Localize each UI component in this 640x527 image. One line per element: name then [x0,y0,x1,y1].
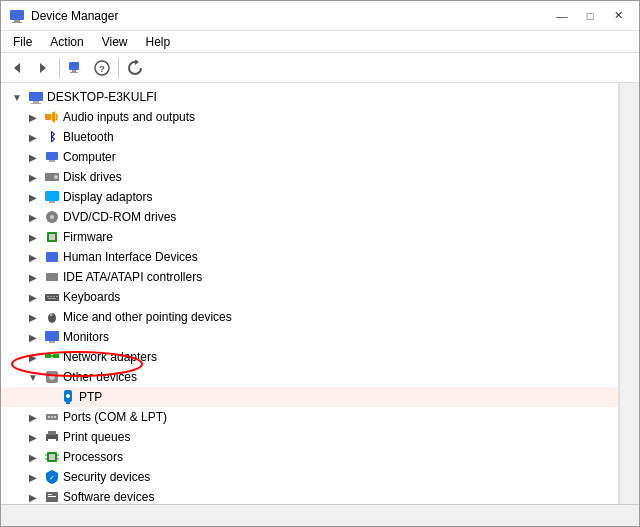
tree-item-software[interactable]: ▶ Software devices [1,487,618,504]
svg-point-21 [50,215,54,219]
firmware-label: Firmware [63,230,113,244]
svg-rect-23 [49,234,55,240]
tree-item-ide[interactable]: ▶ IDE ATA/ATAPI controllers [1,267,618,287]
other-label: Other devices [63,370,137,384]
firmware-icon [44,229,60,245]
processor-icon [44,449,60,465]
refresh-button[interactable] [123,56,147,80]
software-expand[interactable]: ▶ [25,489,41,504]
processors-label: Processors [63,450,123,464]
computer-expand[interactable]: ▶ [25,149,41,165]
display-expand[interactable]: ▶ [25,189,41,205]
properties-button[interactable] [64,56,88,80]
mice-expand[interactable]: ▶ [25,309,41,325]
ide-expand[interactable]: ▶ [25,269,41,285]
tree-item-monitors[interactable]: ▶ Monitors [1,327,618,347]
tree-item-ptp[interactable]: ▶ PTP [1,387,618,407]
firmware-expand[interactable]: ▶ [25,229,41,245]
dvd-icon [44,209,60,225]
svg-rect-5 [69,62,79,70]
keyboard-icon [44,289,60,305]
tree-root[interactable]: ▼ DESKTOP-E3KULFI [1,87,618,107]
svg-rect-7 [70,72,78,73]
device-manager-window: Device Manager — □ ✕ File Action View He… [0,0,640,527]
processors-expand[interactable]: ▶ [25,449,41,465]
close-button[interactable]: ✕ [605,5,631,27]
software-label: Software devices [63,490,154,504]
toolbar-separator-1 [59,58,60,78]
svg-rect-35 [45,331,59,341]
status-bar [1,504,639,526]
network-expand[interactable]: ▶ [25,349,41,365]
mice-label: Mice and other pointing devices [63,310,232,324]
tree-item-audio[interactable]: ▶ Audio inputs and outputs [1,107,618,127]
tree-item-dvd[interactable]: ▶ DVD/CD-ROM drives [1,207,618,227]
svg-point-41 [49,374,55,380]
menu-file[interactable]: File [5,33,40,51]
minimize-button[interactable]: — [549,5,575,27]
svg-rect-12 [31,103,41,104]
tree-item-mice[interactable]: ▶ Mice and other pointing devices [1,307,618,327]
monitors-icon [44,329,60,345]
tree-item-ports[interactable]: ▶ Ports (COM & LPT) [1,407,618,427]
computer-icon [28,89,44,105]
other-expand[interactable]: ▼ [25,369,41,385]
keyboards-expand[interactable]: ▶ [25,289,41,305]
menu-action[interactable]: Action [42,33,91,51]
menu-help[interactable]: Help [138,33,179,51]
svg-rect-27 [47,296,49,297]
svg-rect-36 [49,341,55,343]
tree-item-other[interactable]: ▼ Other devices [1,367,618,387]
tree-container: ▼ DESKTOP-E3KULFI ▶ [1,87,618,504]
tree-item-network[interactable]: ▶ Network adapters [1,347,618,367]
device-tree-panel[interactable]: ▼ DESKTOP-E3KULFI ▶ [1,83,619,504]
dvd-label: DVD/CD-ROM drives [63,210,176,224]
tree-item-keyboards[interactable]: ▶ Keyboards [1,287,618,307]
security-label: Security devices [63,470,150,484]
network-icon [44,349,60,365]
computer-icon-2 [44,149,60,165]
ide-label: IDE ATA/ATAPI controllers [63,270,202,284]
audio-expand[interactable]: ▶ [25,109,41,125]
bluetooth-label: Bluetooth [63,130,114,144]
hid-expand[interactable]: ▶ [25,249,41,265]
tree-item-disk[interactable]: ▶ Disk drives [1,167,618,187]
bluetooth-expand[interactable]: ▶ [25,129,41,145]
display-icon [44,189,60,205]
menu-view[interactable]: View [94,33,136,51]
svg-rect-1 [14,20,20,22]
security-expand[interactable]: ▶ [25,469,41,485]
monitors-expand[interactable]: ▶ [25,329,41,345]
svg-rect-37 [45,354,51,358]
svg-rect-43 [66,402,70,404]
tree-item-firmware[interactable]: ▶ Firmware [1,227,618,247]
svg-text:✓: ✓ [49,474,55,481]
disk-icon [44,169,60,185]
ptp-icon [60,389,76,405]
tree-item-security[interactable]: ▶ ✓ Security devices [1,467,618,487]
root-expand-icon[interactable]: ▼ [9,89,25,105]
computer-label: Computer [63,150,116,164]
back-button[interactable] [5,56,29,80]
printq-expand[interactable]: ▶ [25,429,41,445]
tree-item-printq[interactable]: ▶ Print queues [1,427,618,447]
ports-expand[interactable]: ▶ [25,409,41,425]
right-panel [619,83,639,504]
hid-label: Human Interface Devices [63,250,198,264]
tree-item-processors[interactable]: ▶ Processors [1,447,618,467]
forward-button[interactable] [31,56,55,80]
help-button[interactable]: ? [90,56,114,80]
printer-icon [44,429,60,445]
tree-item-display[interactable]: ▶ Display adaptors [1,187,618,207]
software-icon [44,489,60,504]
tree-item-hid[interactable]: ▶ Human Interface Devices [1,247,618,267]
tree-item-computer[interactable]: ▶ Computer [1,147,618,167]
dvd-expand[interactable]: ▶ [25,209,41,225]
disk-expand[interactable]: ▶ [25,169,41,185]
title-icon [9,8,25,24]
title-bar-left: Device Manager [9,8,118,24]
svg-marker-4 [40,63,46,73]
maximize-button[interactable]: □ [577,5,603,27]
tree-item-bluetooth[interactable]: ▶ ᛒ Bluetooth [1,127,618,147]
svg-rect-47 [51,416,53,418]
